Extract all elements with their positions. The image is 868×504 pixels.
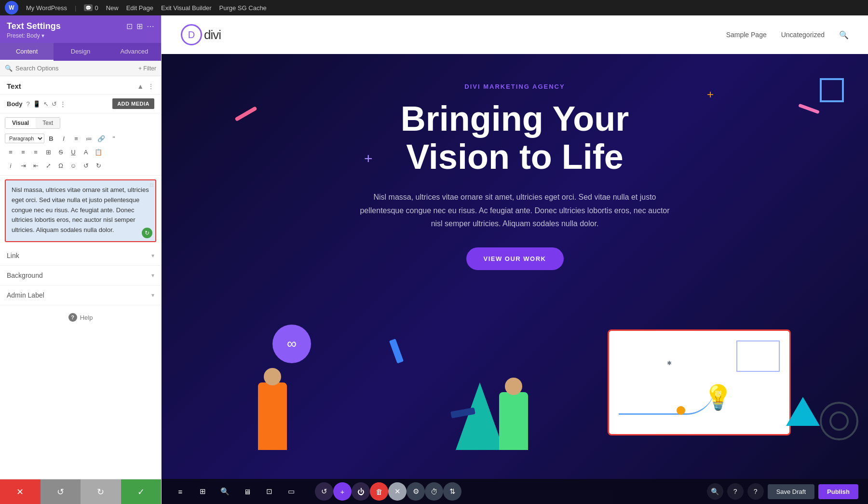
toolbar-power-button[interactable]: ⏻ xyxy=(352,482,370,501)
ordered-list-button[interactable]: ≔ xyxy=(83,133,95,144)
section-more-icon[interactable]: ⋮ xyxy=(148,82,154,90)
site-nav: Sample Page Uncategorized 🔍 xyxy=(726,30,849,40)
tab-design[interactable]: Design xyxy=(54,43,107,61)
site-search-icon[interactable]: 🔍 xyxy=(839,30,849,40)
toolbar-menu-button[interactable]: ≡ xyxy=(171,482,190,501)
bold-button[interactable]: B xyxy=(45,133,57,144)
text-content-area[interactable]: ⊡ Nisl massa, ultrices vitae ornare sit … xyxy=(5,179,156,242)
help-row[interactable]: ? Help xyxy=(0,305,161,329)
redo-button[interactable]: ↻ xyxy=(81,479,121,504)
toolbar-desktop-button[interactable]: 🖥 xyxy=(238,482,256,501)
comments-link[interactable]: 💬 0 xyxy=(84,4,98,12)
italic-small-button[interactable]: i xyxy=(5,160,16,171)
align-right-button[interactable]: ≡ xyxy=(30,146,41,158)
strikethrough-button[interactable]: S xyxy=(55,146,67,158)
nav-sample-page[interactable]: Sample Page xyxy=(726,31,767,39)
indent-button[interactable]: ⇥ xyxy=(17,160,29,171)
tab-content[interactable]: Content xyxy=(0,43,54,61)
toolbar-history-button[interactable]: ⇅ xyxy=(443,482,461,501)
panel-tabs: Content Design Advanced xyxy=(0,43,161,61)
nav-uncategorized[interactable]: Uncategorized xyxy=(781,31,825,39)
editor-tab-text[interactable]: Text xyxy=(36,118,60,128)
outdent-button[interactable]: ⇤ xyxy=(30,160,41,171)
section-collapse-icon[interactable]: ▲ xyxy=(137,82,144,90)
new-link[interactable]: New xyxy=(106,4,119,12)
cursor-icon[interactable]: ↖ xyxy=(43,100,49,108)
align-center-button[interactable]: ≡ xyxy=(17,146,29,158)
body-label: Body xyxy=(7,100,23,108)
toolbar-time-button[interactable]: ⏱ xyxy=(425,482,443,501)
exit-vb-link[interactable]: Exit Visual Builder xyxy=(161,4,212,12)
hero-cta-button[interactable]: VIEW OUR WORK xyxy=(466,247,564,270)
editor-tab-visual[interactable]: Visual xyxy=(5,118,36,128)
undo-editor-button[interactable]: ↺ xyxy=(80,160,92,171)
unordered-list-button[interactable]: ≡ xyxy=(70,133,82,144)
deco-pink-line-1 xyxy=(234,106,257,122)
tab-advanced[interactable]: Advanced xyxy=(108,43,161,61)
panel-more-icon[interactable]: ⋯ xyxy=(147,22,154,31)
link-button[interactable]: 🔗 xyxy=(95,133,107,144)
mobile-icon[interactable]: 📱 xyxy=(33,100,41,108)
toolbar-tablet-button[interactable]: ⊡ xyxy=(260,482,278,501)
more-dots-icon[interactable]: ⋮ xyxy=(60,100,66,108)
help-question-icon: ? xyxy=(68,313,77,322)
paste-button[interactable]: 📋 xyxy=(93,146,104,158)
search-options-input[interactable] xyxy=(15,65,136,72)
paragraph-select[interactable]: Paragraph Heading 1 Heading 2 xyxy=(5,134,44,143)
person-left-head xyxy=(264,368,281,385)
comment-bubble-icon: 💬 xyxy=(84,4,93,11)
text-section-header: Text ▲ ⋮ xyxy=(0,76,161,95)
toolbar-close-button[interactable]: ✕ xyxy=(388,482,407,501)
align-left-button[interactable]: ≡ xyxy=(5,146,16,158)
fullscreen-button[interactable]: ⤢ xyxy=(42,160,54,171)
table-button[interactable]: ⊞ xyxy=(42,146,54,158)
emoji-button[interactable]: ☺ xyxy=(68,160,79,171)
wordpress-logo[interactable]: W xyxy=(5,1,18,14)
font-color-button[interactable]: A xyxy=(80,146,92,158)
background-collapse-section[interactable]: Background ▾ xyxy=(0,266,161,286)
search-icon: 🔍 xyxy=(5,65,13,72)
italic-button[interactable]: I xyxy=(58,133,69,144)
link-collapse-section[interactable]: Link ▾ xyxy=(0,246,161,266)
toolbar-question2-icon[interactable]: ? xyxy=(747,483,764,500)
panel-bottom-actions: ✕ ↺ ↻ ✓ xyxy=(0,479,161,504)
text-body-content[interactable]: Nisl massa, ultrices vitae ornare sit am… xyxy=(12,185,149,235)
toolbar-add-button[interactable]: + xyxy=(333,482,352,501)
body-row: Body ? 📱 ↖ ↺ ⋮ ADD MEDIA xyxy=(0,95,161,113)
save-draft-button[interactable]: Save Draft xyxy=(768,484,814,499)
whiteboard-star: ✱ xyxy=(667,360,672,367)
background-label: Background xyxy=(7,272,43,279)
admin-label-collapse-section[interactable]: Admin Label ▾ xyxy=(0,286,161,305)
confirm-button[interactable]: ✓ xyxy=(121,479,162,504)
toolbar-undo-circle-button[interactable]: ↺ xyxy=(315,482,333,501)
panel-columns-icon[interactable]: ⊞ xyxy=(136,22,143,31)
wp-admin-bar: W My WordPress | 💬 0 New Edit Page Exit … xyxy=(0,0,868,15)
redo-editor-button[interactable]: ↻ xyxy=(93,160,104,171)
panel-preset[interactable]: Preset: Body xyxy=(7,32,154,39)
cancel-button[interactable]: ✕ xyxy=(0,479,41,504)
text-refresh-button[interactable]: ↻ xyxy=(142,228,152,238)
blockquote-button[interactable]: " xyxy=(108,133,120,144)
whiteboard-rect xyxy=(736,341,780,372)
site-logo: D divi xyxy=(181,24,221,45)
undo-icon[interactable]: ↺ xyxy=(52,100,57,108)
site-name[interactable]: My WordPress xyxy=(26,4,67,12)
toolbar-search-right-icon[interactable]: 🔍 xyxy=(707,483,723,500)
special-chars-button[interactable]: Ω xyxy=(55,160,67,171)
toolbar-row-3: i ⇥ ⇤ ⤢ Ω ☺ ↺ ↻ xyxy=(5,160,156,171)
toolbar-mobile-button[interactable]: ▭ xyxy=(282,482,300,501)
underline-button[interactable]: U xyxy=(68,146,79,158)
toolbar-gear-button[interactable]: ⚙ xyxy=(407,482,425,501)
help-icon-small[interactable]: ? xyxy=(27,100,30,108)
panel-focus-icon[interactable]: ⊡ xyxy=(126,22,133,31)
toolbar-trash-button[interactable]: 🗑 xyxy=(370,482,388,501)
toolbar-search-button[interactable]: 🔍 xyxy=(216,482,234,501)
toolbar-question1-icon[interactable]: ? xyxy=(727,483,744,500)
edit-page-link[interactable]: Edit Page xyxy=(126,4,153,12)
publish-button[interactable]: Publish xyxy=(818,484,858,499)
purge-cache-link[interactable]: Purge SG Cache xyxy=(219,4,267,12)
undo-button[interactable]: ↺ xyxy=(41,479,81,504)
add-media-button[interactable]: ADD MEDIA xyxy=(112,98,154,109)
filter-button[interactable]: + Filter xyxy=(138,65,156,72)
toolbar-grid-button[interactable]: ⊞ xyxy=(193,482,212,501)
